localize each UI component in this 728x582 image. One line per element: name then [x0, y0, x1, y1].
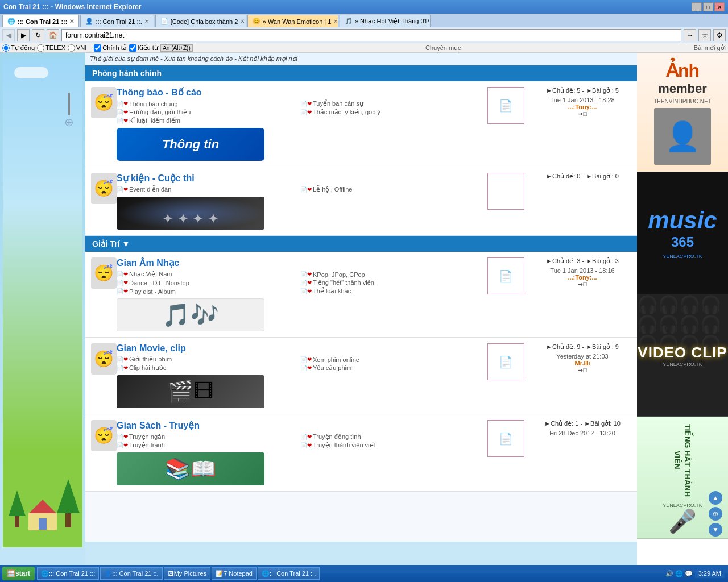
link-truyen-dong-tinh[interactable]: 📄❤ Truyện đồng tình	[300, 433, 483, 440]
url-input[interactable]	[61, 29, 681, 41]
link-ki-luat[interactable]: 📄❤ Kỉ luật, kiểm điểm	[117, 117, 299, 124]
link-truyen-thanh-vien[interactable]: 📄❤ Truyện thành viên viết	[300, 442, 483, 449]
tree-1	[9, 490, 26, 530]
link-thac-mac[interactable]: 📄❤ Thắc mắc, ý kiến, góp ý	[300, 109, 483, 116]
ime-hide-button[interactable]: Ẩn (Alt+Z))	[160, 44, 193, 52]
link-the-loai[interactable]: 📄❤ Thể loại khác	[300, 288, 483, 295]
taskbar-item-2[interactable]: 👤 ::: Con Trai 21 ::.	[100, 567, 162, 580]
forum-title-movie[interactable]: Gian Movie, clip	[117, 343, 483, 354]
breadcrumb: Thế giới của sự đam mê - Xua tan khoảng …	[90, 55, 297, 63]
tools-button[interactable]: ⚙	[713, 29, 726, 41]
refresh-button[interactable]: ↻	[32, 29, 44, 41]
star-button[interactable]: ☆	[698, 29, 711, 41]
forward-button[interactable]: ▶	[17, 29, 30, 41]
link-icon-4: 📄❤	[300, 109, 312, 115]
link-huong-dan[interactable]: 📄❤ Hướng dẫn, giới thiệu	[117, 109, 299, 116]
page-wrapper: ⊕ Thế giới của sự đam mê - Xua tan khoản…	[0, 53, 728, 582]
link-le-hoi[interactable]: 📄❤ Lễ hội, Offline	[300, 186, 483, 193]
tab-3[interactable]: 📄 [Code] Chia box thành 2 ✕	[155, 15, 246, 27]
last-post-author-3[interactable]: ...:Tony:...	[533, 274, 631, 281]
nav-up-button[interactable]: ▲	[709, 491, 722, 505]
ime-auto-radio[interactable]	[2, 44, 10, 52]
forum-links-sach: 📄❤ Truyện ngắn 📄❤ Truyện đồng tình 📄❤ Tr…	[117, 433, 483, 449]
link-gioi-thieu-phim[interactable]: 📄❤ Giới thiệu phim	[117, 356, 299, 363]
mini-image-su-kien	[487, 173, 524, 210]
ime-telex-radio[interactable]	[37, 44, 44, 52]
tab-close-1[interactable]: ✕	[69, 18, 74, 24]
link-icon-1: 📄❤	[117, 101, 128, 107]
minimize-button[interactable]: _	[692, 2, 702, 11]
ime-vni-radio[interactable]	[68, 44, 75, 52]
forum-main-movie: Gian Movie, clip 📄❤ Giới thiệu phim 📄❤ X…	[117, 343, 483, 408]
tab-close-3[interactable]: ✕	[240, 18, 245, 24]
close-button[interactable]: ✕	[714, 2, 725, 11]
link-tuyen-ban[interactable]: 📄❤ Tuyển ban cán sự	[300, 100, 483, 107]
last-post-author-4[interactable]: Mr.Bi	[533, 360, 631, 367]
nav-home-button[interactable]: ⊕	[709, 507, 722, 521]
nav-down-button[interactable]: ▼	[709, 523, 722, 537]
ime-auto-label[interactable]: Tự động	[2, 44, 35, 52]
forum-row-am-nhac: 😴 Gian Âm Nhạc 📄❤ Nhạc Việt Nam 📄❤ KPop,…	[85, 252, 637, 338]
ad3-domain: YENLACPRO.TK	[663, 361, 702, 367]
last-post-movie: Yesterday at 21:03 Mr.Bi ➜□	[533, 353, 631, 374]
link-tieng-het[interactable]: 📄❤ Tiếng "hét" thành viên	[300, 279, 483, 286]
title-bar: Con Trai 21 ::: - Windows Internet Explo…	[0, 0, 728, 14]
tab-close-2[interactable]: ✕	[144, 18, 149, 24]
taskbar-item-1[interactable]: 🌐 ::: Con Trai 21 :::	[37, 567, 99, 580]
ime-toolbar: Tự động TELEX VNI Chính tả Kiểu từ Ẩn (A…	[0, 43, 728, 53]
back-button[interactable]: ◀	[2, 29, 15, 41]
link-truyen-ngan[interactable]: 📄❤ Truyện ngắn	[117, 433, 299, 440]
ime-chinh-ta-label[interactable]: Chính tả	[94, 44, 126, 52]
ad3-title: VIDEO CLIP	[638, 344, 727, 361]
taskbar-item-3[interactable]: 🖼 My Pictures	[164, 567, 210, 580]
thong-tin-button[interactable]: Thông tin	[117, 128, 264, 161]
forum-title-thong-bao[interactable]: Thông báo - Bố cáo	[117, 87, 483, 98]
tab-1[interactable]: 🌐 ::: Con Trai 21 ::: ✕	[2, 15, 79, 27]
avatar-su-kien: 😴	[91, 173, 117, 204]
maximize-button[interactable]: □	[703, 2, 713, 11]
ad-anh-member[interactable]: Ảnh member TEENVINHPHUC.NET 👤	[637, 53, 728, 172]
ime-kieu-tu-checkbox[interactable]	[129, 44, 136, 52]
mini-image-movie: 📄	[487, 343, 524, 380]
forum-main-thong-bao: Thông báo - Bố cáo 📄❤ Thông báo chung 📄❤…	[117, 87, 483, 161]
ime-telex-label[interactable]: TELEX	[37, 44, 65, 52]
link-thong-bao-chung[interactable]: 📄❤ Thông báo chung	[117, 100, 299, 107]
tab-favicon-4: 😊	[253, 18, 260, 25]
taskbar-item-5[interactable]: 🌐 ::: Con Trai 21 ::.	[258, 567, 320, 580]
ime-kieu-tu-label[interactable]: Kiểu từ	[129, 44, 158, 52]
go-button[interactable]: →	[684, 29, 696, 41]
forum-title-su-kien[interactable]: Sự kiện - Cuộc thi	[117, 173, 483, 184]
home-button[interactable]: 🏠	[47, 29, 59, 41]
link-xem-phim[interactable]: 📄❤ Xem phim online	[300, 356, 483, 363]
taskbar-item-4[interactable]: 📝 7 Notepad	[212, 567, 257, 580]
ad-video-clip[interactable]: 🎧🎧🎧🎧🎧🎧🎧🎧🎧🎧🎧🎧 VIDEO CLIP YENLACPRO.TK	[637, 294, 728, 417]
book-image: 📚📖	[117, 452, 264, 485]
avatar-sach: 😴	[91, 420, 117, 451]
link-icon-6: 📄❤	[117, 186, 128, 193]
link-event[interactable]: 📄❤ Event diễn đàn	[117, 186, 299, 193]
tab-2[interactable]: 👤 ::: Con Trai 21 ::. ✕	[80, 15, 154, 27]
forum-header: Thế giới của sự đam mê - Xua tan khoảng …	[85, 53, 637, 65]
link-dance[interactable]: 📄❤ Dance - DJ - Nonstop	[117, 279, 299, 286]
ad-music[interactable]: music 365 YENLACPRO.TK	[637, 172, 728, 294]
link-nhac-viet[interactable]: 📄❤ Nhạc Việt Nam	[117, 271, 299, 278]
forum-title-sach[interactable]: Gian Sách - Truyện	[117, 420, 483, 431]
link-kpop[interactable]: 📄❤ KPop, JPop, CPop	[300, 271, 483, 278]
link-truyen-tranh[interactable]: 📄❤ Truyện tranh	[117, 442, 299, 449]
link-icon-19: 📄❤	[300, 434, 312, 440]
section-giai-tri[interactable]: Giải Trí ▼	[85, 236, 637, 252]
tab-close-4[interactable]: ✕	[333, 18, 338, 24]
ime-vni-label[interactable]: VNI	[68, 44, 86, 52]
start-button[interactable]: 🪟 start	[2, 567, 35, 580]
taskbar-right: 🔊 🌐 💬 3:29 AM	[665, 569, 728, 578]
ime-chinh-ta-checkbox[interactable]	[94, 44, 101, 52]
tab-5[interactable]: 🎵 » Nhạc Hot Việt Tháng 01/ ✕	[340, 15, 431, 27]
link-clip-hai[interactable]: 📄❤ Clip hài hước	[117, 364, 299, 372]
link-icon-7: 📄❤	[300, 186, 312, 193]
link-yeu-cau-phim[interactable]: 📄❤ Yêu cầu phim	[300, 364, 483, 372]
forum-title-am-nhac[interactable]: Gian Âm Nhạc	[117, 257, 483, 268]
link-play-dist[interactable]: 📄❤ Play dist - Album	[117, 288, 299, 295]
last-post-author-1[interactable]: ...:Tony:...	[533, 103, 631, 110]
tab-4[interactable]: 😊 » Wan Wan Emoticon | 1 ✕	[247, 15, 338, 27]
start-label: start	[15, 569, 30, 577]
